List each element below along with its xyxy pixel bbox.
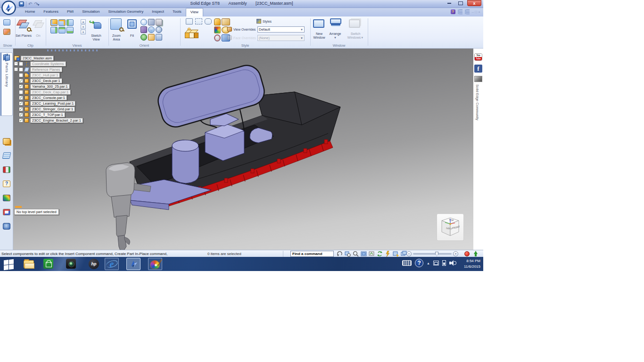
tree-checkbox[interactable]: ✓ xyxy=(19,79,23,83)
upload-button[interactable] xyxy=(473,251,479,257)
face-style-combo[interactable]: (None)▼ xyxy=(257,35,305,41)
pathfinder-tree-row[interactable]: − Coordinate Systems xyxy=(14,61,83,66)
no-style-button[interactable] xyxy=(214,34,221,41)
tab-home[interactable]: Home xyxy=(21,8,39,16)
sketch-view-icon[interactable] xyxy=(369,251,375,257)
clock[interactable]: 8:54 PM 11/6/2015 xyxy=(464,258,480,269)
app-button-icon[interactable] xyxy=(1,0,16,15)
minimize-ribbon-icon[interactable] xyxy=(465,9,470,14)
find-command-input[interactable]: Find a command xyxy=(290,251,334,257)
arrange-button[interactable] xyxy=(330,18,341,28)
pathfinder-tree-row[interactable]: ✓ 23CC_Engine_Bracket_2.par:1 xyxy=(14,117,83,123)
rendering-icon[interactable] xyxy=(3,195,10,201)
pathfinder-tree-row[interactable]: ✓ 23CC_Leaning_Post.par:1 xyxy=(14,100,83,106)
views-more[interactable]: ▼ xyxy=(81,30,86,34)
texture-button[interactable] xyxy=(214,26,221,33)
internet-explorer-icon[interactable]: e xyxy=(107,259,117,269)
new-window-button[interactable] xyxy=(313,19,324,28)
previous-view-button[interactable] xyxy=(156,19,162,25)
view-bottom-button[interactable] xyxy=(58,27,66,33)
tree-expander-icon[interactable]: − xyxy=(14,67,18,71)
styles-status-icon[interactable] xyxy=(385,251,391,257)
design-manager-icon[interactable] xyxy=(3,209,10,215)
refresh-icon[interactable] xyxy=(377,251,383,257)
zoom-out-button[interactable]: − xyxy=(406,251,412,256)
tree-checkbox[interactable]: ✓ xyxy=(19,107,23,111)
tab-features[interactable]: Features xyxy=(39,8,63,16)
graphics-viewport[interactable]: 23CC_Master.asm − Coordinate Systems − R… xyxy=(13,49,473,250)
file-explorer-icon[interactable] xyxy=(24,259,34,269)
look-at-face-button[interactable] xyxy=(148,26,155,33)
active-window-icon[interactable] xyxy=(393,251,399,257)
spin-button[interactable] xyxy=(140,34,147,41)
facebook-icon[interactable]: f xyxy=(474,65,482,73)
restore-button[interactable] xyxy=(456,0,465,6)
camera-button[interactable] xyxy=(156,34,162,41)
tab-simulation-geometry[interactable]: Simulation Geometry xyxy=(104,8,148,16)
store-icon[interactable] xyxy=(43,259,54,269)
tree-checkbox[interactable]: ✓ xyxy=(19,118,23,123)
styles-button[interactable]: Styles xyxy=(263,20,272,23)
community-tab-label[interactable]: Solid Edge Community xyxy=(475,84,479,120)
layers-icon[interactable] xyxy=(2,152,11,159)
pathfinder-root-row[interactable]: 23CC_Master.asm xyxy=(14,55,83,61)
view-top-button[interactable] xyxy=(50,19,58,26)
pathfinder-tree-row[interactable]: 23CC_Hull.par:1 xyxy=(14,72,83,78)
common-views-button[interactable] xyxy=(156,26,162,33)
ribbon-options-icon[interactable] xyxy=(458,9,462,14)
view-right-button[interactable] xyxy=(66,19,74,26)
feature-playback-icon[interactable]: ? xyxy=(3,181,10,187)
wireframe-button[interactable] xyxy=(205,18,212,25)
pan-button[interactable] xyxy=(148,19,155,25)
camera-app-icon[interactable] xyxy=(66,259,76,269)
view-cube[interactable]: LEFT FRONT TOP xyxy=(437,214,464,241)
pathfinder-tree-row[interactable]: ✓ 23CC_Deck.par:1 xyxy=(14,78,83,83)
zoom-button[interactable] xyxy=(140,19,147,25)
solid-edge-icon[interactable] xyxy=(128,259,139,269)
rotate-view-icon[interactable] xyxy=(337,251,343,257)
sketch-view-button[interactable]: ↪ xyxy=(89,18,103,31)
zoom-icon[interactable] xyxy=(353,251,359,257)
tab-simulation[interactable]: Simulation xyxy=(78,8,104,16)
pathfinder-tree-row[interactable]: ✓ 23CC_T_TOP.par:1 xyxy=(14,112,83,117)
view-front-button[interactable] xyxy=(58,19,66,26)
tab-view[interactable]: View xyxy=(186,8,203,16)
pathfinder-tree-row[interactable]: ✓ 23CC_Stringer_Grid.par:1 xyxy=(14,106,83,112)
tree-expander-icon[interactable]: − xyxy=(14,62,18,66)
show-hide-button[interactable] xyxy=(3,19,10,25)
pathfinder-tree-row[interactable]: ✓ Yamaha_300_25.par:1 xyxy=(14,83,83,89)
help-tray-icon[interactable]: ? xyxy=(415,259,423,267)
start-button[interactable] xyxy=(4,259,14,269)
tree-checkbox[interactable]: ✓ xyxy=(19,101,23,106)
set-planes-button[interactable] xyxy=(17,18,30,31)
face-overrides-button[interactable]: Face Overrides xyxy=(233,36,256,40)
clip-on-button[interactable] xyxy=(34,20,44,29)
tree-checkbox[interactable]: ✓ xyxy=(19,96,23,100)
rotate-button[interactable] xyxy=(140,26,147,33)
align-face-button[interactable] xyxy=(148,34,155,41)
tree-checkbox[interactable] xyxy=(19,62,23,66)
paint-icon[interactable] xyxy=(150,259,160,269)
zoom-area-button[interactable] xyxy=(110,18,123,31)
zoom-area-icon[interactable] xyxy=(345,251,351,257)
zoom-slider-thumb[interactable] xyxy=(435,252,438,256)
fit-icon[interactable] xyxy=(361,251,367,257)
switch-windows-button[interactable] xyxy=(349,19,360,28)
alternate-assemblies-icon[interactable] xyxy=(3,138,10,145)
tree-checkbox[interactable] xyxy=(19,73,23,77)
parts-library-tab[interactable]: Parts Library xyxy=(0,52,13,116)
tab-tools[interactable]: Tools xyxy=(168,8,186,16)
pathfinder-tree-row[interactable]: 23CC_Deck_Cap.par:1 xyxy=(14,89,83,95)
volume-icon[interactable] xyxy=(449,260,456,266)
close-button[interactable]: x xyxy=(467,0,481,6)
show-all-button[interactable] xyxy=(3,29,10,35)
battery-icon[interactable] xyxy=(442,260,446,266)
pathfinder-tree-row[interactable]: − Reference Planes xyxy=(14,66,83,72)
views-scroll-up[interactable]: ▲ xyxy=(81,19,86,24)
tree-checkbox[interactable] xyxy=(19,90,23,94)
hp-app-icon[interactable]: hp xyxy=(89,259,99,269)
tree-checkbox[interactable] xyxy=(19,67,23,72)
zoom-slider-track[interactable] xyxy=(413,253,452,255)
tab-pmi[interactable]: PMI xyxy=(63,8,78,16)
action-center-icon[interactable] xyxy=(433,261,439,265)
